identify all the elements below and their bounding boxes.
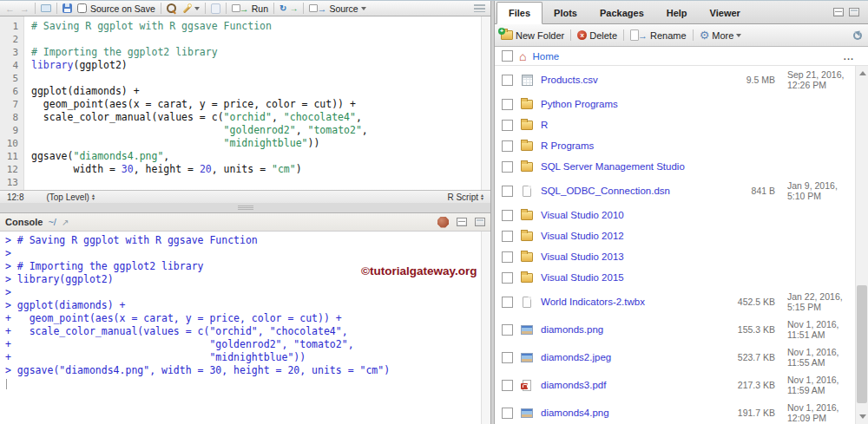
- rerun-button[interactable]: ↻→: [279, 3, 298, 13]
- file-row[interactable]: Products.csv9.5 MBSep 21, 2016, 12:26 PM: [495, 66, 855, 94]
- file-link[interactable]: Python Programs: [541, 99, 728, 109]
- scroll-up-icon[interactable]: [859, 71, 866, 75]
- console-body[interactable]: > # Saving R ggplot with R ggsave Functi…: [0, 232, 490, 424]
- file-link[interactable]: diamonds.png: [541, 324, 728, 335]
- code-tools-button[interactable]: [181, 3, 200, 14]
- file-checkbox[interactable]: [502, 186, 513, 197]
- source-button[interactable]: → Source: [309, 3, 365, 14]
- file-row[interactable]: Python Programs: [495, 94, 855, 114]
- editor-code[interactable]: # Saving R ggplot with R ggsave Function…: [24, 16, 490, 190]
- rename-button[interactable]: → Rename: [630, 29, 687, 41]
- file-row[interactable]: R: [495, 114, 855, 135]
- filetype-selector[interactable]: R Script ▴▾: [447, 192, 483, 202]
- file-size: 523.7 KB: [735, 352, 775, 362]
- delete-button[interactable]: x Delete: [577, 30, 617, 41]
- file-link[interactable]: SQL_ODBC_Connection.dsn: [541, 186, 728, 196]
- file-row[interactable]: World Indicators-2.twbx452.5 KBJan 22, 2…: [495, 288, 855, 316]
- minimize-button[interactable]: [833, 8, 844, 16]
- file-checkbox[interactable]: [502, 408, 513, 419]
- file-link[interactable]: R Programs: [541, 140, 728, 151]
- run-button[interactable]: → Run: [232, 3, 268, 14]
- file-link[interactable]: Visual Studio 2015: [541, 272, 728, 283]
- stop-icon[interactable]: [437, 217, 449, 228]
- files-toolbar: + New Folder x Delete → Rename ⚙ More: [495, 24, 868, 47]
- more-button[interactable]: ⚙ More: [700, 29, 742, 41]
- scope-selector[interactable]: (Top Level) ▴▾: [46, 192, 94, 202]
- file-link[interactable]: SQL Server Management Studio: [541, 161, 728, 172]
- file-link[interactable]: Visual Studio 2010: [541, 210, 728, 220]
- file-row[interactable]: diamonds4.png191.7 KBNov 1, 2016, 12:09 …: [495, 399, 855, 424]
- save-button[interactable]: [62, 3, 72, 13]
- path-ellipsis-button[interactable]: ...: [844, 51, 861, 62]
- tab-files[interactable]: Files: [496, 2, 542, 24]
- file-link[interactable]: diamonds4.png: [541, 408, 728, 418]
- refresh-icon[interactable]: [853, 31, 862, 40]
- file-checkbox[interactable]: [502, 99, 513, 110]
- maximize-button[interactable]: [849, 8, 859, 16]
- file-row[interactable]: Visual Studio 2010: [495, 205, 855, 225]
- file-checkbox[interactable]: [502, 272, 513, 284]
- new-folder-button[interactable]: + New Folder: [501, 30, 564, 41]
- file-row[interactable]: Visual Studio 2013: [495, 246, 855, 267]
- file-link[interactable]: Visual Studio 2013: [541, 251, 728, 262]
- file-row[interactable]: Visual Studio 2012: [495, 225, 855, 246]
- find-button[interactable]: [167, 3, 176, 13]
- file-checkbox[interactable]: [502, 120, 513, 131]
- file-row[interactable]: Visual Studio 2015: [495, 267, 855, 288]
- console-line: > ggsave("diamonds4.png", width = 30, he…: [5, 364, 490, 377]
- file-row[interactable]: diamonds2.jpeg523.7 KBNov 1, 2016, 11:55…: [495, 343, 855, 371]
- file-link[interactable]: World Indicators-2.twbx: [541, 297, 728, 307]
- file-checkbox[interactable]: [502, 231, 513, 242]
- file-link[interactable]: R: [541, 120, 728, 130]
- file-row[interactable]: R Programs: [495, 135, 855, 156]
- file-checkbox[interactable]: [502, 297, 513, 308]
- file-row[interactable]: diamonds.png155.3 KBNov 1, 2016, 11:51 A…: [495, 316, 855, 343]
- source-on-save-checkbox[interactable]: [77, 3, 87, 13]
- editor-scrollbar[interactable]: [481, 16, 490, 190]
- files-scrollbar[interactable]: [855, 66, 868, 424]
- file-checkbox[interactable]: [502, 140, 513, 152]
- file-checkbox[interactable]: [502, 161, 513, 173]
- source-editor[interactable]: 12345678910111213 # Saving R ggplot with…: [0, 16, 490, 190]
- minimize-button[interactable]: [457, 218, 467, 226]
- maximize-button[interactable]: [475, 218, 485, 226]
- file-checkbox[interactable]: [502, 210, 513, 221]
- file-checkbox[interactable]: [502, 380, 513, 391]
- scope-label: (Top Level): [46, 192, 89, 202]
- file-link[interactable]: Visual Studio 2012: [541, 231, 728, 241]
- file-checkbox[interactable]: [502, 251, 513, 263]
- goto-directory-icon[interactable]: ↗: [62, 218, 69, 227]
- select-all-checkbox[interactable]: [502, 50, 513, 62]
- file-link[interactable]: diamonds2.jpeg: [541, 352, 728, 362]
- scroll-down-icon[interactable]: [859, 414, 866, 419]
- tab-help[interactable]: Help: [655, 3, 699, 23]
- console-header: Console ~/ ↗: [0, 213, 490, 232]
- tab-plots[interactable]: Plots: [542, 3, 589, 23]
- separator: [273, 3, 274, 14]
- console-line: >: [5, 247, 490, 260]
- forward-button[interactable]: →: [20, 3, 30, 14]
- popout-button[interactable]: [41, 4, 51, 12]
- file-icon-cell: [520, 325, 534, 335]
- file-row[interactable]: SQL Server Management Studio: [495, 156, 855, 177]
- file-checkbox[interactable]: [502, 75, 513, 86]
- file-link[interactable]: diamonds3.pdf: [541, 380, 728, 390]
- tab-viewer[interactable]: Viewer: [699, 3, 752, 23]
- breadcrumb-home-link[interactable]: Home: [532, 51, 559, 62]
- pane-splitter[interactable]: [0, 203, 490, 212]
- file-icon-cell: [520, 211, 534, 220]
- file-link[interactable]: Products.csv: [541, 75, 728, 85]
- document-outline-icon[interactable]: [474, 4, 485, 12]
- back-button[interactable]: ←: [5, 3, 15, 14]
- file-row[interactable]: diamonds3.pdf217.3 KBNov 1, 2016, 11:59 …: [495, 371, 855, 399]
- source-on-save-toggle[interactable]: Source on Save: [77, 3, 155, 14]
- file-checkbox[interactable]: [502, 324, 513, 336]
- file-size: 191.7 KB: [735, 408, 775, 418]
- compile-notebook-button[interactable]: [211, 3, 220, 14]
- scrollbar-thumb[interactable]: [857, 285, 867, 403]
- console-scrollbar[interactable]: [481, 232, 490, 424]
- tab-packages[interactable]: Packages: [589, 3, 655, 23]
- updown-icon: ▴▾: [92, 193, 95, 200]
- file-checkbox[interactable]: [502, 352, 513, 363]
- file-row[interactable]: SQL_ODBC_Connection.dsn841 BJan 9, 2016,…: [495, 177, 855, 205]
